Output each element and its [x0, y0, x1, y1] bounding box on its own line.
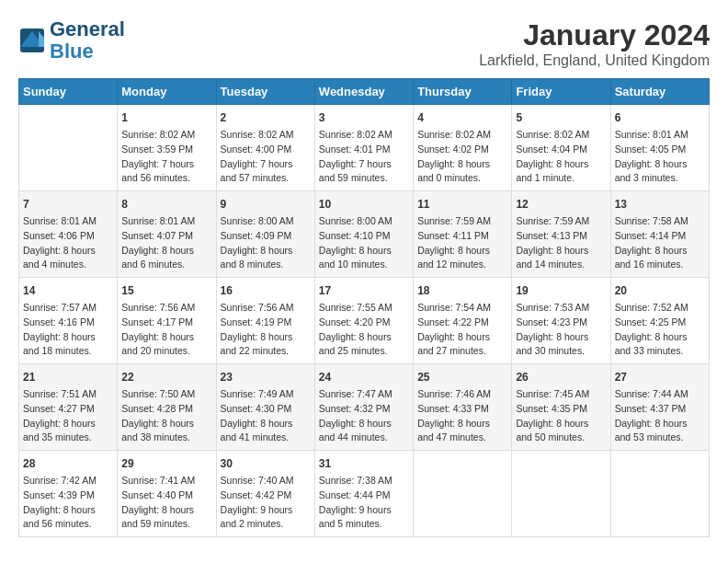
day-number: 16	[221, 282, 311, 299]
day-content: Sunrise: 8:00 AM Sunset: 4:10 PM Dayligh…	[319, 214, 409, 272]
calendar-cell: 8Sunrise: 8:01 AM Sunset: 4:07 PM Daylig…	[118, 191, 216, 278]
day-content: Sunrise: 8:02 AM Sunset: 3:59 PM Dayligh…	[121, 128, 211, 186]
day-number: 22	[121, 369, 211, 385]
day-content: Sunrise: 8:02 AM Sunset: 4:01 PM Dayligh…	[319, 128, 409, 186]
calendar-cell: 3Sunrise: 8:02 AM Sunset: 4:01 PM Daylig…	[314, 105, 413, 191]
day-number: 3	[319, 109, 409, 126]
header-cell-tuesday: Tuesday	[216, 79, 314, 105]
day-number: 23	[221, 369, 311, 385]
calendar-header-row: SundayMondayTuesdayWednesdayThursdayFrid…	[19, 79, 710, 105]
calendar-cell	[512, 451, 610, 537]
logo-icon	[18, 27, 46, 54]
day-number: 18	[417, 282, 507, 299]
calendar-cell: 7Sunrise: 8:01 AM Sunset: 4:06 PM Daylig…	[19, 191, 118, 278]
calendar-cell: 16Sunrise: 7:56 AM Sunset: 4:19 PM Dayli…	[216, 278, 314, 364]
page-subtitle: Larkfield, England, United Kingdom	[479, 52, 710, 69]
header-cell-thursday: Thursday	[414, 79, 512, 105]
calendar-cell: 13Sunrise: 7:58 AM Sunset: 4:14 PM Dayli…	[610, 191, 709, 278]
calendar-row: 21Sunrise: 7:51 AM Sunset: 4:27 PM Dayli…	[19, 364, 710, 451]
day-content: Sunrise: 7:56 AM Sunset: 4:17 PM Dayligh…	[121, 301, 211, 359]
day-number: 5	[516, 109, 606, 126]
day-number: 12	[516, 196, 606, 213]
day-content: Sunrise: 7:49 AM Sunset: 4:30 PM Dayligh…	[221, 387, 311, 445]
title-block: January 2024 Larkfield, England, United …	[479, 18, 710, 69]
day-content: Sunrise: 7:59 AM Sunset: 4:11 PM Dayligh…	[417, 214, 507, 272]
calendar-cell: 22Sunrise: 7:50 AM Sunset: 4:28 PM Dayli…	[118, 364, 216, 451]
calendar-cell: 30Sunrise: 7:40 AM Sunset: 4:42 PM Dayli…	[216, 451, 314, 537]
page-title: January 2024	[479, 18, 710, 52]
day-number: 11	[417, 196, 507, 213]
day-number: 13	[615, 196, 705, 213]
day-content: Sunrise: 7:59 AM Sunset: 4:13 PM Dayligh…	[516, 214, 606, 272]
day-number: 19	[516, 282, 606, 299]
day-content: Sunrise: 8:01 AM Sunset: 4:05 PM Dayligh…	[615, 128, 705, 186]
day-content: Sunrise: 7:40 AM Sunset: 4:42 PM Dayligh…	[221, 474, 311, 532]
day-content: Sunrise: 7:44 AM Sunset: 4:37 PM Dayligh…	[615, 387, 705, 445]
day-number: 10	[319, 196, 409, 213]
calendar-cell: 12Sunrise: 7:59 AM Sunset: 4:13 PM Dayli…	[512, 191, 610, 278]
calendar-cell: 5Sunrise: 8:02 AM Sunset: 4:04 PM Daylig…	[512, 105, 610, 191]
day-content: Sunrise: 8:02 AM Sunset: 4:00 PM Dayligh…	[221, 128, 311, 186]
calendar-table: SundayMondayTuesdayWednesdayThursdayFrid…	[18, 78, 710, 537]
day-content: Sunrise: 7:42 AM Sunset: 4:39 PM Dayligh…	[23, 474, 113, 532]
header-cell-friday: Friday	[512, 79, 610, 105]
logo-text: General Blue	[50, 18, 125, 63]
logo: General Blue	[18, 18, 125, 63]
day-number: 28	[23, 455, 113, 472]
day-number: 31	[319, 455, 409, 472]
calendar-cell: 17Sunrise: 7:55 AM Sunset: 4:20 PM Dayli…	[314, 278, 413, 364]
day-number: 17	[319, 282, 409, 299]
day-content: Sunrise: 7:54 AM Sunset: 4:22 PM Dayligh…	[417, 301, 507, 359]
day-number: 14	[23, 282, 113, 299]
day-content: Sunrise: 7:50 AM Sunset: 4:28 PM Dayligh…	[121, 387, 211, 445]
day-content: Sunrise: 7:38 AM Sunset: 4:44 PM Dayligh…	[319, 474, 409, 532]
day-content: Sunrise: 7:52 AM Sunset: 4:25 PM Dayligh…	[615, 301, 705, 359]
calendar-cell: 15Sunrise: 7:56 AM Sunset: 4:17 PM Dayli…	[118, 278, 216, 364]
day-content: Sunrise: 7:56 AM Sunset: 4:19 PM Dayligh…	[221, 301, 311, 359]
day-number: 9	[221, 196, 311, 213]
day-number: 26	[516, 369, 606, 385]
day-number: 7	[23, 196, 113, 213]
day-content: Sunrise: 8:00 AM Sunset: 4:09 PM Dayligh…	[221, 214, 311, 272]
calendar-cell: 31Sunrise: 7:38 AM Sunset: 4:44 PM Dayli…	[314, 451, 413, 537]
calendar-cell: 2Sunrise: 8:02 AM Sunset: 4:00 PM Daylig…	[216, 105, 314, 191]
calendar-cell: 1Sunrise: 8:02 AM Sunset: 3:59 PM Daylig…	[118, 105, 216, 191]
day-number: 8	[121, 196, 211, 213]
day-number: 6	[615, 109, 705, 126]
day-content: Sunrise: 7:46 AM Sunset: 4:33 PM Dayligh…	[417, 387, 507, 445]
day-content: Sunrise: 7:55 AM Sunset: 4:20 PM Dayligh…	[319, 301, 409, 359]
calendar-cell: 10Sunrise: 8:00 AM Sunset: 4:10 PM Dayli…	[314, 191, 413, 278]
day-number: 20	[615, 282, 705, 299]
calendar-cell: 21Sunrise: 7:51 AM Sunset: 4:27 PM Dayli…	[19, 364, 118, 451]
day-content: Sunrise: 7:51 AM Sunset: 4:27 PM Dayligh…	[23, 387, 113, 445]
day-content: Sunrise: 8:02 AM Sunset: 4:02 PM Dayligh…	[417, 128, 507, 186]
calendar-cell: 6Sunrise: 8:01 AM Sunset: 4:05 PM Daylig…	[610, 105, 709, 191]
calendar-cell: 27Sunrise: 7:44 AM Sunset: 4:37 PM Dayli…	[610, 364, 709, 451]
calendar-cell: 24Sunrise: 7:47 AM Sunset: 4:32 PM Dayli…	[314, 364, 413, 451]
day-content: Sunrise: 8:02 AM Sunset: 4:04 PM Dayligh…	[516, 128, 606, 186]
day-number: 27	[615, 369, 705, 385]
day-number: 30	[221, 455, 311, 472]
header-cell-wednesday: Wednesday	[314, 79, 413, 105]
calendar-cell: 18Sunrise: 7:54 AM Sunset: 4:22 PM Dayli…	[414, 278, 512, 364]
calendar-cell: 4Sunrise: 8:02 AM Sunset: 4:02 PM Daylig…	[414, 105, 512, 191]
day-content: Sunrise: 7:53 AM Sunset: 4:23 PM Dayligh…	[516, 301, 606, 359]
day-number: 15	[121, 282, 211, 299]
calendar-cell: 29Sunrise: 7:41 AM Sunset: 4:40 PM Dayli…	[118, 451, 216, 537]
logo-line1: General	[50, 17, 125, 40]
day-content: Sunrise: 7:47 AM Sunset: 4:32 PM Dayligh…	[319, 387, 409, 445]
logo-line2: Blue	[50, 40, 94, 63]
calendar-cell: 11Sunrise: 7:59 AM Sunset: 4:11 PM Dayli…	[414, 191, 512, 278]
header-cell-monday: Monday	[118, 79, 216, 105]
calendar-cell: 28Sunrise: 7:42 AM Sunset: 4:39 PM Dayli…	[19, 451, 118, 537]
day-number: 25	[417, 369, 507, 385]
calendar-cell: 19Sunrise: 7:53 AM Sunset: 4:23 PM Dayli…	[512, 278, 610, 364]
calendar-cell: 14Sunrise: 7:57 AM Sunset: 4:16 PM Dayli…	[19, 278, 118, 364]
calendar-cell	[610, 451, 709, 537]
calendar-cell: 25Sunrise: 7:46 AM Sunset: 4:33 PM Dayli…	[414, 364, 512, 451]
header-cell-sunday: Sunday	[19, 79, 118, 105]
calendar-row: 1Sunrise: 8:02 AM Sunset: 3:59 PM Daylig…	[19, 105, 710, 191]
header-cell-saturday: Saturday	[610, 79, 709, 105]
day-number: 2	[221, 109, 311, 126]
header: General Blue January 2024 Larkfield, Eng…	[18, 18, 710, 69]
